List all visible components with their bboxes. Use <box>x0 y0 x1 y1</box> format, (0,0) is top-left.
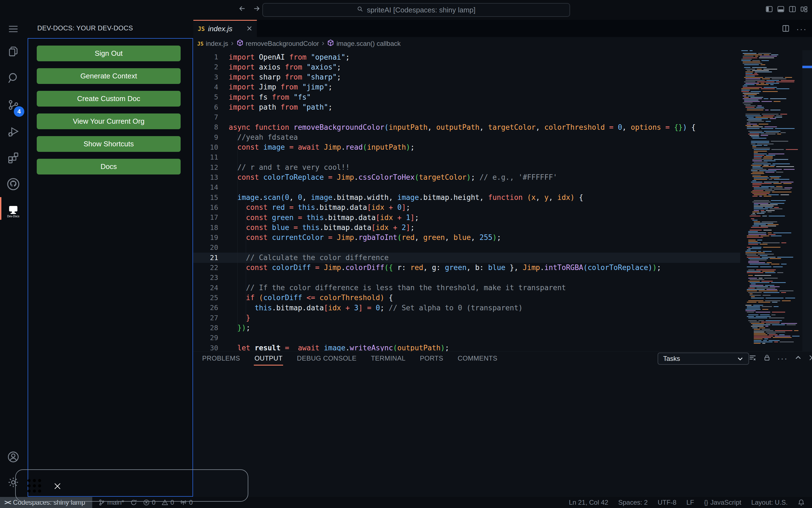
indentation[interactable]: Spaces: 2 <box>618 497 648 508</box>
code-line[interactable]: 23 <box>193 272 229 283</box>
code-line[interactable]: 7 <box>193 112 229 122</box>
line-number: 26 <box>193 304 218 312</box>
encoding[interactable]: UTF-8 <box>658 497 677 508</box>
notifications[interactable] <box>798 497 805 508</box>
toggle-sidebar-icon[interactable] <box>766 5 773 14</box>
panel-tab-debug-console[interactable]: DEBUG CONSOLE <box>296 353 357 364</box>
breadcrumb-item-removebackgroundcolor[interactable]: removeBackgroundColor <box>236 39 319 48</box>
code-line[interactable]: 29 <box>193 333 229 343</box>
code-line[interactable]: 6import path from "path"; <box>193 102 332 112</box>
minimap-line <box>748 269 755 270</box>
customize-layout-icon[interactable] <box>800 5 808 14</box>
code-editor[interactable]: 1import OpenAI from "openai";2import axi… <box>193 50 812 351</box>
line-number: 29 <box>193 334 218 342</box>
minimap-line <box>762 281 772 282</box>
code-line[interactable]: 25 if (colorDiff <= colorThreshold) { <box>193 293 393 303</box>
sidebar-button-view-your-current-org[interactable]: View Your Current Org <box>37 114 180 129</box>
more-actions-icon[interactable]: ··· <box>777 354 788 363</box>
code-line[interactable]: 1import OpenAI from "openai"; <box>193 52 350 62</box>
command-center[interactable]: spriteAI [Codespaces: shiny lamp] <box>262 3 570 17</box>
code-line[interactable]: 11 <box>193 152 229 162</box>
maximize-panel-icon[interactable] <box>795 354 802 363</box>
minimap-line <box>769 179 772 180</box>
menu-icon[interactable] <box>7 23 19 35</box>
code-line[interactable]: 16 const red = this.bitmap.data[idx + 0]… <box>193 202 410 213</box>
panel-tab-ports[interactable]: PORTS <box>419 353 444 364</box>
sidebar-button-sign-out[interactable]: Sign Out <box>37 46 180 61</box>
sidebar-item-github[interactable] <box>7 178 19 190</box>
toggle-panel-icon[interactable] <box>777 5 784 14</box>
split-editor-icon[interactable] <box>782 24 789 34</box>
code-line[interactable]: 20 <box>193 242 229 253</box>
panel-tab-comments[interactable]: COMMENTS <box>457 353 498 364</box>
lock-icon[interactable] <box>763 354 771 363</box>
code-line[interactable]: 9 //yeah fdsatea <box>193 132 298 142</box>
eol[interactable]: LF <box>686 497 694 508</box>
code-line[interactable]: 24 // If the color difference is less th… <box>193 283 566 293</box>
code-line[interactable]: 22 const colorDiff = Jimp.colorDiff({ r:… <box>193 262 661 273</box>
minimap-line <box>760 204 778 205</box>
keyboard-layout[interactable]: Layout: U.S. <box>751 497 788 508</box>
minimap-line <box>761 322 780 323</box>
code-line[interactable]: 21 // Calculate the color difference <box>193 253 740 263</box>
code-line[interactable]: 10 const image = await Jimp.read(inputPa… <box>193 142 414 153</box>
code-line[interactable]: 18 const blue = this.bitmap.data[idx + 2… <box>193 222 414 233</box>
output-channel-select[interactable]: Tasks <box>658 352 749 365</box>
code-line[interactable]: 17 const green = this.bitmap.data[idx + … <box>193 212 419 222</box>
minimap-line <box>766 80 779 81</box>
sidebar-button-create-custom-doc[interactable]: Create Custom Doc <box>37 91 180 107</box>
more-actions-icon[interactable]: ··· <box>796 24 807 34</box>
code-line[interactable]: 12 // r and t are very cool!! <box>193 162 350 173</box>
code-line[interactable]: 28 }); <box>193 323 250 333</box>
sidebar-item-explorer[interactable] <box>7 45 19 58</box>
code-line[interactable]: 19 const currentColor = Jimp.rgbaToInt(r… <box>193 232 501 243</box>
language-mode[interactable]: {}JavaScript <box>704 497 741 508</box>
sidebar-item-dev-docs[interactable]: Dev-Docs <box>7 202 19 221</box>
breadcrumb-item-image-scan-callback[interactable]: image.scan() callback <box>327 39 401 48</box>
code-line[interactable]: 3import sharp from "sharp"; <box>193 72 341 82</box>
code-line[interactable]: 2import axios from "axios"; <box>193 62 341 72</box>
panel-tab-terminal[interactable]: TERMINAL <box>370 353 406 364</box>
sidebar-item-extensions[interactable] <box>7 152 19 164</box>
javascript-file-icon: JS <box>198 26 205 32</box>
code-line[interactable]: 5import fs from "fs" <box>193 92 311 102</box>
sidebar-item-search[interactable] <box>7 72 19 84</box>
minimap-line <box>748 262 765 263</box>
sidebar-button-show-shortcuts[interactable]: Show Shortcuts <box>37 136 180 152</box>
minimap[interactable] <box>740 50 802 351</box>
minimap-line <box>764 98 768 99</box>
minimap-line <box>749 132 764 133</box>
panel-tab-problems[interactable]: PROBLEMS <box>202 353 241 364</box>
code-line[interactable]: 26 this.bitmap.data[idx + 3] = 0; // Set… <box>193 303 523 313</box>
sidebar-dev-docs: DEV-DOCS: YOUR DEV-DOCS Sign OutGenerate… <box>27 20 193 497</box>
code-line[interactable]: 14 <box>193 182 229 193</box>
clear-output-icon[interactable] <box>748 354 757 363</box>
minimap-line <box>752 159 772 160</box>
code-line[interactable]: 4import Jimp from "jimp"; <box>193 82 332 92</box>
forward-icon[interactable] <box>252 4 261 14</box>
close-tab-icon[interactable] <box>246 26 252 33</box>
code-line[interactable]: 8async function removeBackgroundColor(in… <box>193 122 696 132</box>
back-icon[interactable] <box>238 4 246 14</box>
minimap-line <box>747 117 754 118</box>
panel-tab-output[interactable]: OUTPUT <box>254 353 283 364</box>
code-line[interactable]: 27 } <box>193 313 250 323</box>
close-panel-icon[interactable] <box>808 354 812 363</box>
sidebar-button-generate-context[interactable]: Generate Context <box>37 68 180 84</box>
minimap-line <box>745 78 760 79</box>
toggle-secondary-sidebar-icon[interactable] <box>789 5 796 14</box>
account-icon[interactable] <box>7 451 19 463</box>
breadcrumb-item-index-js[interactable]: JSindex.js <box>197 40 228 47</box>
cursor-position[interactable]: Ln 21, Col 42 <box>569 497 608 508</box>
sidebar-button-docs[interactable]: Docs <box>37 159 180 174</box>
code-line[interactable]: 13 const colorToReplace = Jimp.cssColorT… <box>193 172 557 182</box>
minimap-line <box>754 156 762 157</box>
close-icon[interactable] <box>54 482 61 491</box>
code-line[interactable]: 15 image.scan(0, 0, image.bitmap.width, … <box>193 193 583 203</box>
tab-index-js[interactable]: JS index.js <box>193 20 257 37</box>
overview-ruler[interactable] <box>802 50 812 351</box>
minimap-line <box>762 309 768 310</box>
code-line[interactable]: 30 let result = await image.writeAsync(o… <box>193 343 449 351</box>
indent-guide <box>246 202 246 323</box>
sidebar-item-run-and-debug[interactable] <box>7 125 19 138</box>
